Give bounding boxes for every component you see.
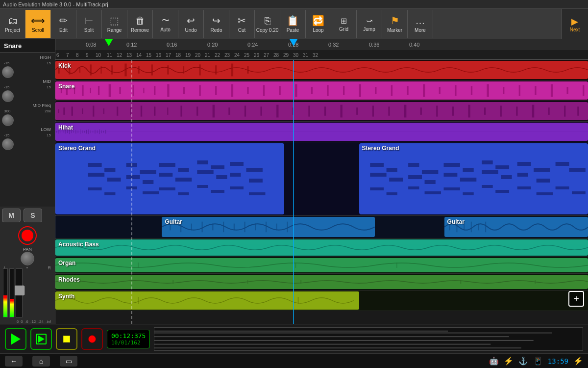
beat-29: 29 [283, 53, 289, 58]
tool-auto[interactable]: 〜 Auto [153, 10, 178, 38]
svg-rect-79 [420, 107, 422, 115]
hihat-clip[interactable]: Hihat [55, 123, 588, 141]
svg-rect-32 [263, 85, 265, 96]
acoustic-bass-waveform [55, 239, 588, 256]
tool-split[interactable]: ⊢ Split [76, 10, 102, 38]
organ-track[interactable]: Organ [55, 257, 588, 274]
synth-track[interactable]: Synth + [55, 290, 588, 311]
tool-redo[interactable]: ↪ Redo [204, 10, 229, 38]
svg-rect-166 [370, 187, 384, 190]
vu-fill-2 [10, 299, 14, 317]
range-icon: ⬚ [110, 15, 119, 26]
tool-cut[interactable]: ✂ Cut [229, 10, 255, 38]
tool-copy[interactable]: ⎘ Copy 0.20 [255, 10, 280, 38]
mini-mixer [154, 327, 583, 351]
guitar-clip-1[interactable]: Guitar [162, 217, 375, 237]
beat-15: 15 [146, 53, 151, 58]
svg-rect-138 [159, 187, 175, 190]
acoustic-bass-track[interactable]: Acoustic Bass [55, 238, 588, 257]
tracks-container[interactable]: Kick Snare [55, 60, 588, 324]
tool-scroll[interactable]: ⟺ Scroll [25, 10, 51, 38]
svg-rect-71 [293, 107, 294, 115]
stereo-grand-clip-1[interactable]: Stereo Grand [55, 143, 284, 214]
tool-project[interactable]: 🗂 Project [0, 10, 25, 38]
recent-apps-button[interactable]: ▭ [60, 356, 77, 367]
kick-track[interactable]: Kick [55, 60, 588, 80]
lr-indicators: L • R [0, 265, 55, 270]
tool-grid[interactable]: ⊞ Grid [331, 10, 357, 38]
tool-range[interactable]: ⬚ Range [102, 10, 127, 38]
tool-paste[interactable]: 📋 Paste [280, 10, 306, 38]
add-track-button[interactable]: + [568, 291, 584, 307]
guitar-clip-2[interactable]: Guitar [444, 217, 588, 237]
back-button[interactable]: ← [5, 356, 23, 367]
tool-jump[interactable]: ⤻ Jump [357, 10, 382, 38]
tool-loop[interactable]: 🔁 Loop [306, 10, 331, 38]
organ-name: Organ [58, 260, 75, 266]
svg-rect-31 [247, 87, 248, 94]
kick-track-name: Kick [58, 62, 71, 69]
svg-rect-197 [295, 263, 296, 268]
stop-button[interactable] [56, 328, 77, 350]
svg-rect-175 [536, 192, 552, 195]
tom-clip[interactable] [55, 102, 588, 120]
svg-rect-82 [468, 105, 470, 118]
beat-17: 17 [166, 53, 171, 58]
svg-rect-36 [327, 85, 328, 96]
edit-icon: ✏ [59, 15, 68, 26]
low-eq-knob[interactable] [2, 138, 14, 150]
svg-rect-114 [88, 163, 102, 167]
mid-eq-knob[interactable] [2, 90, 14, 102]
tool-remove[interactable]: 🗑 Remove [127, 10, 153, 38]
undo-icon: ↩ [187, 15, 195, 26]
hihat-track[interactable]: Hihat [55, 122, 588, 142]
organ-clip[interactable]: Organ [55, 258, 588, 272]
svg-rect-209 [154, 343, 490, 344]
home-button[interactable]: ⌂ [32, 356, 50, 367]
next-button[interactable]: ▶ Next [561, 9, 588, 39]
rhodes-track[interactable]: Rhodes [55, 274, 588, 290]
tom-track[interactable] [55, 101, 588, 122]
solo-button[interactable]: S [24, 209, 42, 222]
svg-rect-204 [138, 297, 139, 304]
svg-rect-20 [98, 86, 99, 95]
record-arm-button[interactable] [18, 226, 37, 245]
mid-freq-knob[interactable] [2, 114, 14, 126]
rhodes-clip[interactable]: Rhodes [55, 275, 588, 289]
play-button[interactable] [5, 328, 26, 350]
record-button[interactable] [81, 328, 103, 350]
play-from-start-button[interactable] [30, 328, 52, 350]
beat-10: 10 [96, 53, 101, 58]
svg-rect-7 [138, 66, 139, 74]
tool-marker[interactable]: ⚑ Marker [382, 10, 408, 38]
svg-rect-70 [276, 105, 278, 118]
svg-rect-19 [90, 88, 91, 93]
stereo-grand-clip-2[interactable]: Stereo Grand [359, 143, 588, 214]
svg-rect-74 [341, 105, 343, 118]
organ-waveform [55, 258, 588, 272]
synth-clip[interactable]: Synth [55, 291, 359, 310]
tool-more[interactable]: … More [408, 10, 433, 38]
kick-clip[interactable]: Kick [55, 61, 588, 79]
stereo-grand-track[interactable]: Stereo Grand [55, 142, 588, 216]
fader-handle[interactable] [15, 286, 24, 295]
mute-button[interactable]: M [2, 209, 21, 222]
snare-track[interactable]: Snare [55, 80, 588, 101]
svg-rect-136 [126, 186, 137, 189]
volume-fader[interactable] [16, 268, 23, 317]
time-0-40: 0:40 [408, 39, 419, 50]
svg-rect-89 [577, 106, 579, 116]
play-outline-icon [36, 334, 47, 344]
svg-rect-151 [424, 180, 435, 184]
selected-track-label: Snare [0, 39, 55, 53]
pan-knob[interactable] [21, 252, 34, 265]
svg-rect-35 [311, 87, 313, 94]
jump-icon: ⤻ [366, 16, 372, 26]
tool-undo[interactable]: ↩ Undo [178, 10, 204, 38]
tool-edit[interactable]: ✏ Edit [51, 10, 76, 38]
beat-31: 31 [303, 53, 308, 58]
snare-clip[interactable]: Snare [55, 81, 588, 100]
guitar-track[interactable]: Guitar Guitar [55, 216, 588, 238]
high-eq-knob[interactable] [2, 66, 14, 78]
acoustic-bass-clip[interactable]: Acoustic Bass [55, 239, 588, 256]
